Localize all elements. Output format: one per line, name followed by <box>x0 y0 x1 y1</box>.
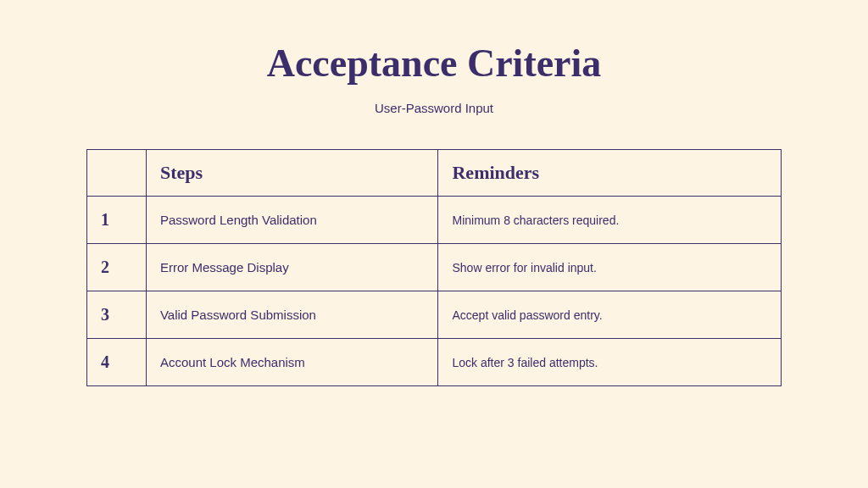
row-reminder: Minimum 8 characters required. <box>438 197 782 244</box>
page-title: Acceptance Criteria <box>267 41 602 86</box>
row-reminder: Accept valid password entry. <box>438 291 782 339</box>
row-step: Password Length Validation <box>146 197 438 244</box>
page-subtitle: User-Password Input <box>375 101 493 115</box>
row-reminder: Lock after 3 failed attempts. <box>438 339 782 386</box>
page-container: Acceptance Criteria User-Password Input … <box>0 0 868 488</box>
table-row: 1 Password Length Validation Minimum 8 c… <box>87 197 782 244</box>
table-row: 4 Account Lock Mechanism Lock after 3 fa… <box>87 339 782 386</box>
row-step: Account Lock Mechanism <box>146 339 438 386</box>
row-step: Error Message Display <box>146 244 438 291</box>
row-step: Valid Password Submission <box>146 291 438 339</box>
table-row: 2 Error Message Display Show error for i… <box>87 244 782 291</box>
criteria-table: Steps Reminders 1 Password Length Valida… <box>86 149 782 386</box>
row-num: 2 <box>87 244 147 291</box>
row-reminder: Show error for invalid input. <box>438 244 782 291</box>
header-reminders: Reminders <box>438 150 782 197</box>
header-steps: Steps <box>146 150 438 197</box>
row-num: 1 <box>87 197 147 244</box>
row-num: 3 <box>87 291 147 339</box>
table-header-row: Steps Reminders <box>87 150 782 197</box>
table-row: 3 Valid Password Submission Accept valid… <box>87 291 782 339</box>
row-num: 4 <box>87 339 147 386</box>
header-num <box>87 150 147 197</box>
